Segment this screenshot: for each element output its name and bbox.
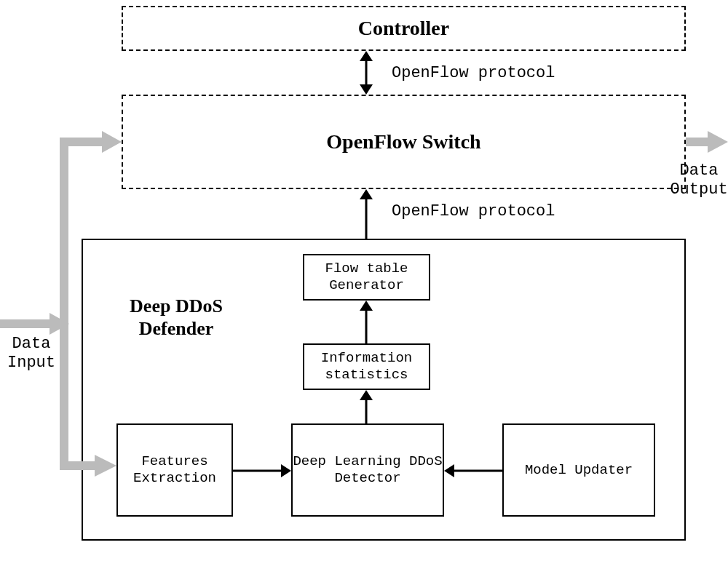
flow-table-generator-label: Flow table Generator xyxy=(304,260,429,294)
openflow-switch-label: OpenFlow Switch xyxy=(326,130,480,154)
openflow-protocol-label-top: OpenFlow protocol xyxy=(392,64,555,82)
arrow-stats-to-flowtable xyxy=(355,301,377,344)
data-input-text: Data Input xyxy=(7,335,55,372)
defender-title-text: Deep DDoS Defender xyxy=(130,295,223,339)
controller-label: Controller xyxy=(358,17,449,40)
information-statistics-label: Information statistics xyxy=(304,350,429,383)
arrow-updater-to-detector xyxy=(444,460,502,482)
data-output-arrow xyxy=(686,131,728,153)
model-updater-label: Model Updater xyxy=(525,462,633,479)
arrow-detector-to-stats xyxy=(355,390,377,425)
data-input-flow xyxy=(0,127,124,477)
data-output-label: Data Output xyxy=(670,162,728,200)
arrow-features-to-detector xyxy=(233,460,291,482)
arrow-controller-switch xyxy=(355,51,377,95)
defender-title: Deep DDoS Defender xyxy=(103,295,249,340)
data-output-text: Data Output xyxy=(670,162,727,199)
features-extraction-label: Features Extraction xyxy=(118,453,232,487)
openflow-protocol-label-mid: OpenFlow protocol xyxy=(392,202,555,220)
controller-box: Controller xyxy=(122,6,686,51)
model-updater-box: Model Updater xyxy=(502,423,655,517)
ddos-detector-box: Deep Learning DDoS Detector xyxy=(291,423,444,517)
flow-table-generator-box: Flow table Generator xyxy=(303,254,430,301)
features-extraction-box: Features Extraction xyxy=(116,423,233,517)
data-input-label: Data Input xyxy=(6,335,57,373)
openflow-switch-box: OpenFlow Switch xyxy=(122,95,686,189)
ddos-detector-label: Deep Learning DDoS Detector xyxy=(293,453,443,487)
information-statistics-box: Information statistics xyxy=(303,343,430,390)
arrow-defender-switch xyxy=(355,189,377,240)
